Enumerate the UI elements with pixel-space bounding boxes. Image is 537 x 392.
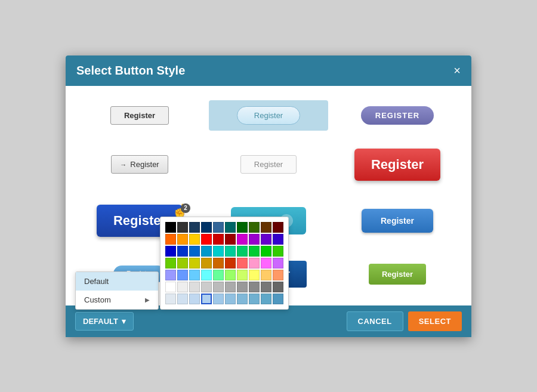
chevron-right-icon: ▶: [145, 297, 150, 303]
color-swatch-68[interactable]: [261, 294, 271, 304]
color-swatch-1[interactable]: [177, 222, 188, 233]
color-swatch-3[interactable]: [201, 222, 212, 233]
color-swatch-43[interactable]: [201, 270, 212, 280]
footer-actions: CANCEL SELECT: [347, 311, 462, 331]
button-cell-5[interactable]: Register: [209, 143, 328, 187]
color-swatch-23[interactable]: [201, 246, 212, 257]
color-swatch-36[interactable]: [237, 258, 248, 268]
color-swatch-0[interactable]: [165, 222, 176, 233]
color-swatch-13[interactable]: [201, 234, 212, 245]
dropdown-custom-label: Custom: [84, 295, 111, 304]
color-swatch-29[interactable]: [273, 246, 283, 257]
color-swatch-21[interactable]: [177, 246, 188, 257]
button-cell-1[interactable]: Register: [80, 100, 199, 131]
color-swatch-28[interactable]: [261, 246, 271, 257]
color-swatch-5[interactable]: [225, 222, 236, 233]
button-cell-2[interactable]: Register: [209, 100, 328, 131]
color-swatch-42[interactable]: [189, 270, 200, 280]
color-swatch-50[interactable]: [165, 282, 176, 292]
dropdown-menu: Default Custom ▶: [75, 271, 159, 310]
register-button-3[interactable]: REGISTER: [361, 106, 434, 125]
color-swatch-19[interactable]: [273, 234, 283, 245]
color-swatch-46[interactable]: [237, 270, 248, 280]
color-swatch-30[interactable]: [165, 258, 176, 268]
close-button[interactable]: ×: [453, 64, 461, 76]
button-cell-3[interactable]: REGISTER: [338, 100, 457, 131]
register-button-2[interactable]: Register: [237, 106, 300, 125]
color-swatch-25[interactable]: [225, 246, 236, 257]
color-swatch-69[interactable]: [273, 294, 283, 304]
color-swatch-37[interactable]: [249, 258, 260, 268]
color-swatch-60[interactable]: [165, 294, 176, 304]
color-swatch-55[interactable]: [225, 282, 236, 292]
register-button-4[interactable]: → Register: [111, 155, 168, 174]
color-swatch-11[interactable]: [177, 234, 188, 245]
color-swatch-58[interactable]: [261, 282, 271, 292]
color-swatch-67[interactable]: [249, 294, 260, 304]
color-swatch-49[interactable]: [273, 270, 283, 280]
color-swatch-54[interactable]: [213, 282, 224, 292]
color-swatch-4[interactable]: [213, 222, 224, 233]
color-swatch-66[interactable]: [237, 294, 248, 304]
color-swatch-65[interactable]: [225, 294, 236, 304]
button-cell-6[interactable]: Register: [338, 143, 457, 187]
color-swatch-10[interactable]: [165, 234, 176, 245]
color-swatch-24[interactable]: [213, 246, 224, 257]
dropdown-label: DEFAULT: [83, 317, 118, 326]
color-swatch-15[interactable]: [225, 234, 236, 245]
color-swatch-45[interactable]: [225, 270, 236, 280]
select-button[interactable]: SELECT: [408, 311, 462, 331]
color-swatch-38[interactable]: [261, 258, 271, 268]
color-swatch-18[interactable]: [261, 234, 271, 245]
color-swatch-34[interactable]: [213, 258, 224, 268]
color-swatch-41[interactable]: [177, 270, 188, 280]
color-swatch-47[interactable]: [249, 270, 260, 280]
color-swatch-26[interactable]: [237, 246, 248, 257]
color-swatch-57[interactable]: [249, 282, 260, 292]
color-swatch-40[interactable]: [165, 270, 176, 280]
button-cell-4[interactable]: → Register: [80, 143, 199, 187]
button-cell-12[interactable]: Register: [338, 255, 457, 294]
color-swatch-14[interactable]: [213, 234, 224, 245]
color-swatch-20[interactable]: [165, 246, 176, 257]
dropdown-item-default[interactable]: Default: [76, 272, 158, 291]
color-swatch-6[interactable]: [237, 222, 248, 233]
color-swatch-44[interactable]: [213, 270, 224, 280]
color-swatch-39[interactable]: [273, 258, 283, 268]
cancel-button[interactable]: CANCEL: [347, 311, 403, 331]
color-swatch-62[interactable]: [189, 294, 200, 304]
color-swatch-35[interactable]: [225, 258, 236, 268]
register-button-6[interactable]: Register: [354, 149, 440, 181]
color-swatch-59[interactable]: [273, 282, 283, 292]
register-button-12[interactable]: Register: [369, 264, 426, 285]
default-dropdown-button[interactable]: DEFAULT ▾: [75, 312, 134, 331]
register-button-9[interactable]: Register: [362, 209, 433, 233]
dropdown-item-custom[interactable]: Custom ▶: [76, 291, 158, 309]
color-picker-submenu: [160, 217, 289, 310]
color-swatch-8[interactable]: [261, 222, 271, 233]
color-swatch-31[interactable]: [177, 258, 188, 268]
color-swatch-7[interactable]: [249, 222, 260, 233]
color-swatch-17[interactable]: [249, 234, 260, 245]
color-swatch-63[interactable]: [201, 294, 212, 304]
color-swatch-27[interactable]: [249, 246, 260, 257]
color-swatch-61[interactable]: [177, 294, 188, 304]
color-swatch-32[interactable]: [189, 258, 200, 268]
color-swatch-64[interactable]: [213, 294, 224, 304]
color-swatch-9[interactable]: [273, 222, 283, 233]
color-swatch-33[interactable]: [201, 258, 212, 268]
color-swatch-22[interactable]: [189, 246, 200, 257]
color-swatch-2[interactable]: [189, 222, 200, 233]
color-swatch-12[interactable]: [189, 234, 200, 245]
color-swatch-51[interactable]: [177, 282, 188, 292]
dropdown-default-label: Default: [84, 277, 109, 286]
color-swatch-56[interactable]: [237, 282, 248, 292]
color-swatch-52[interactable]: [189, 282, 200, 292]
color-swatch-48[interactable]: [261, 270, 271, 280]
color-swatch-53[interactable]: [201, 282, 212, 292]
dropdown-arrow-icon: ▾: [122, 317, 126, 326]
button-cell-9[interactable]: Register: [338, 199, 457, 243]
color-swatch-16[interactable]: [237, 234, 248, 245]
register-button-5[interactable]: Register: [240, 155, 297, 174]
register-button-1[interactable]: Register: [110, 106, 169, 125]
